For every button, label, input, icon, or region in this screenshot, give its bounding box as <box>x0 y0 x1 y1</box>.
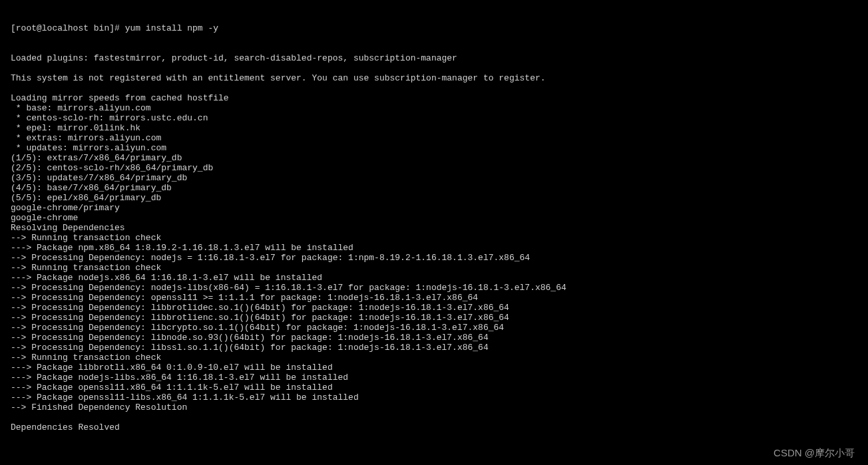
output-line: Loaded plugins: fastestmirror, product-i… <box>11 54 868 64</box>
output-line: This system is not registered with an en… <box>11 74 868 84</box>
output-line: --> Running transaction check <box>11 233 868 243</box>
output-line: * centos-sclo-rh: mirrors.ustc.edu.cn <box>11 114 868 124</box>
output-line: ---> Package nodejs.x86_64 1:16.18.1-3.e… <box>11 273 868 283</box>
output-line: (3/5): updates/7/x86_64/primary_db <box>11 174 868 184</box>
output-line: --> Processing Dependency: libnode.so.93… <box>11 333 868 343</box>
output-line: Loading mirror speeds from cached hostfi… <box>11 94 868 104</box>
output-line: ---> Package npm.x86_64 1:8.19.2-1.16.18… <box>11 243 868 253</box>
output-line: (5/5): epel/x86_64/primary_db <box>11 194 868 204</box>
output-line: --> Processing Dependency: libbrotlienc.… <box>11 313 868 323</box>
output-line: --> Running transaction check <box>11 353 868 363</box>
output-line: (1/5): extras/7/x86_64/primary_db <box>11 154 868 164</box>
output-lines: Loaded plugins: fastestmirror, product-i… <box>11 54 868 443</box>
separator-top: ========================================… <box>11 463 868 465</box>
output-line: --> Running transaction check <box>11 263 868 273</box>
output-line <box>11 64 868 74</box>
output-line: Resolving Dependencies <box>11 224 868 233</box>
output-line: --> Finished Dependency Resolution <box>11 403 868 413</box>
output-line: ---> Package libbrotli.x86_64 0:1.0.9-10… <box>11 363 868 373</box>
output-line: * epel: mirror.01link.hk <box>11 124 868 134</box>
output-line: * extras: mirrors.aliyun.com <box>11 134 868 144</box>
output-line <box>11 413 868 423</box>
prompt-line: [root@localhost bin]# yum install npm -y <box>11 24 868 34</box>
output-line: (4/5): base/7/x86_64/primary_db <box>11 184 868 194</box>
output-line: * updates: mirrors.aliyun.com <box>11 144 868 154</box>
output-line: --> Processing Dependency: nodejs = 1:16… <box>11 253 868 263</box>
output-line: --> Processing Dependency: libcrypto.so.… <box>11 323 868 333</box>
watermark-text: CSDN @摩尔小哥 <box>773 447 855 458</box>
output-line: * base: mirrors.aliyun.com <box>11 104 868 114</box>
output-line: --> Processing Dependency: openssl11 >= … <box>11 293 868 303</box>
output-line: --> Processing Dependency: libbrotlidec.… <box>11 303 868 313</box>
output-line: ---> Package openssl11.x86_64 1:1.1.1k-5… <box>11 383 868 393</box>
terminal-output[interactable]: [root@localhost bin]# yum install npm -y… <box>0 4 868 465</box>
output-line <box>11 433 868 443</box>
output-line <box>11 84 868 94</box>
output-line: (2/5): centos-sclo-rh/x86_64/primary_db <box>11 164 868 174</box>
output-line: ---> Package nodejs-libs.x86_64 1:16.18.… <box>11 373 868 383</box>
output-line: ---> Package openssl11-libs.x86_64 1:1.1… <box>11 393 868 403</box>
output-line: google-chrome/primary <box>11 204 868 214</box>
output-line: --> Processing Dependency: nodejs-libs(x… <box>11 283 868 293</box>
output-line: --> Processing Dependency: libssl.so.1.1… <box>11 343 868 353</box>
output-line: google-chrome <box>11 214 868 224</box>
output-line: Dependencies Resolved <box>11 423 868 433</box>
